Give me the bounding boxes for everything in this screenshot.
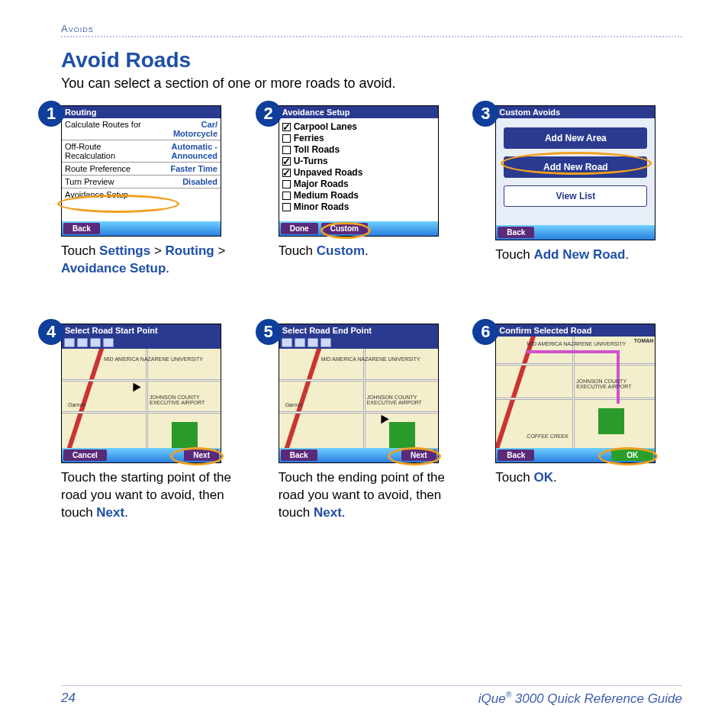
check-label: Ferries xyxy=(294,133,324,143)
step-4: 4 Select Road Start Point MID AMERICA NA… xyxy=(61,324,248,522)
step-caption: Touch the ending point of the road you w… xyxy=(279,469,465,522)
page-title: Avoid Roads xyxy=(61,48,682,72)
zoom-in-icon[interactable] xyxy=(308,338,318,347)
custom-button[interactable]: Custom xyxy=(321,223,368,234)
check-label: U-Turns xyxy=(294,156,328,166)
zoom-out-icon[interactable] xyxy=(77,338,88,347)
checkbox-icon[interactable] xyxy=(282,180,291,188)
check-item[interactable]: Ferries xyxy=(282,133,435,143)
zoom-in-icon[interactable] xyxy=(90,338,101,347)
view-list-button[interactable]: View List xyxy=(504,185,647,207)
screen-title: Confirm Selected Road xyxy=(496,324,655,337)
check-item[interactable]: Toll Roads xyxy=(282,144,435,155)
cancel-button[interactable]: Cancel xyxy=(63,449,107,461)
ok-button[interactable]: OK xyxy=(611,449,653,461)
step-1: 1 Routing Calculate Routes forCar/ Motor… xyxy=(61,105,248,278)
screen-footer: Back xyxy=(496,225,655,240)
map-label: MID AMERICA NAZARENE UNIVERSITY xyxy=(321,356,420,362)
check-item[interactable]: U-Turns xyxy=(282,156,435,166)
setting-value: Car/ Motorcycle xyxy=(173,120,217,138)
check-label: Medium Roads xyxy=(294,190,359,201)
map-toolbar xyxy=(62,337,221,349)
map-label: TOMAH xyxy=(634,338,654,343)
next-button[interactable]: Next xyxy=(184,449,219,461)
setting-row[interactable]: Avoidance Setup xyxy=(62,188,221,201)
setting-row[interactable]: Route PreferenceFaster Time xyxy=(62,163,221,176)
check-item[interactable]: Unpaved Roads xyxy=(282,167,435,178)
map-view[interactable]: MID AMERICA NAZARENE UNIVERSITY JOHNSON … xyxy=(62,349,221,448)
check-item[interactable]: Medium Roads xyxy=(282,190,435,201)
back-button[interactable]: Back xyxy=(498,227,534,238)
check-item[interactable]: Major Roads xyxy=(282,179,435,189)
screen-title: Custom Avoids xyxy=(496,106,655,118)
next-button[interactable]: Next xyxy=(401,449,436,461)
step-2: 2 Avoidance Setup Carpool Lanes Ferries … xyxy=(279,105,465,278)
cursor-icon xyxy=(377,413,388,424)
tool-icon[interactable] xyxy=(282,338,292,347)
checkbox-icon[interactable] xyxy=(282,134,291,143)
start-point-screen: Select Road Start Point MID AMERICA NAZA… xyxy=(61,324,221,463)
map-view[interactable]: MID AMERICA NAZARENE UNIVERSITY JOHNSON … xyxy=(496,337,655,448)
step-badge: 4 xyxy=(38,319,64,345)
avoidance-setup-screen: Avoidance Setup Carpool Lanes Ferries To… xyxy=(279,105,439,237)
setting-row[interactable]: Calculate Routes forCar/ Motorcycle xyxy=(62,118,221,140)
screen-title: Avoidance Setup xyxy=(279,106,438,118)
screen-footer: Back xyxy=(62,221,221,236)
map-view[interactable]: MID AMERICA NAZARENE UNIVERSITY JOHNSON … xyxy=(279,349,438,448)
routing-screen: Routing Calculate Routes forCar/ Motorcy… xyxy=(61,105,221,237)
back-button[interactable]: Back xyxy=(281,449,317,461)
checkbox-icon[interactable] xyxy=(282,203,291,211)
check-label: Minor Roads xyxy=(294,201,350,212)
checkbox-icon[interactable] xyxy=(282,157,291,166)
add-new-area-button[interactable]: Add New Area xyxy=(504,127,647,149)
checkbox-icon[interactable] xyxy=(282,146,291,154)
map-label: JOHNSON COUNTY EXECUTIVE AIRPORT xyxy=(576,378,655,389)
avoidance-checklist: Carpool Lanes Ferries Toll Roads U-Turns… xyxy=(279,118,438,221)
step-badge: 1 xyxy=(38,101,64,127)
setting-value: Disabled xyxy=(182,177,217,186)
check-label: Carpool Lanes xyxy=(294,121,357,132)
step-5: 5 Select Road End Point MID AMERICA NAZA… xyxy=(279,324,465,522)
page-number: 24 xyxy=(61,691,76,707)
info-icon[interactable] xyxy=(321,338,331,347)
setting-label: Route Preference xyxy=(65,164,130,173)
step-6: 6 Confirm Selected Road MID AMERICA NAZA… xyxy=(495,324,682,522)
rule xyxy=(61,36,682,37)
map-label: Garmin xyxy=(285,402,303,407)
setting-value: Automatic - Announced xyxy=(172,142,218,160)
setting-label: Turn Preview xyxy=(65,177,114,186)
map-label: JOHNSON COUNTY EXECUTIVE AIRPORT xyxy=(367,395,438,405)
checkbox-icon[interactable] xyxy=(282,123,291,131)
intro-text: You can select a section of one or more … xyxy=(61,76,682,92)
info-icon[interactable] xyxy=(103,338,114,347)
back-button[interactable]: Back xyxy=(63,223,100,234)
done-button[interactable]: Done xyxy=(281,223,318,234)
footer-product: iQue® 3000 Quick Reference Guide xyxy=(478,691,682,707)
zoom-out-icon[interactable] xyxy=(295,338,305,347)
step-badge: 6 xyxy=(472,319,498,345)
step-caption: Touch Add New Road. xyxy=(495,246,682,264)
checkbox-icon[interactable] xyxy=(282,192,291,200)
check-label: Major Roads xyxy=(294,179,349,189)
confirm-screen: Confirm Selected Road MID AMERICA NAZARE… xyxy=(495,324,656,463)
setting-label: Off-Route Recalculation xyxy=(65,142,115,160)
screen-footer: Back OK xyxy=(496,448,655,462)
tool-icon[interactable] xyxy=(64,338,75,347)
check-item[interactable]: Minor Roads xyxy=(282,201,435,212)
setting-row[interactable]: Off-Route RecalculationAutomatic - Annou… xyxy=(62,140,221,163)
checkbox-icon[interactable] xyxy=(282,169,291,177)
map-label: Garmin xyxy=(68,402,85,407)
cursor-icon xyxy=(129,381,140,392)
back-button[interactable]: Back xyxy=(498,449,534,461)
check-item[interactable]: Carpool Lanes xyxy=(282,121,435,132)
screen-footer: Cancel Next xyxy=(62,448,221,462)
custom-avoids-screen: Custom Avoids Add New Area Add New Road … xyxy=(495,105,656,240)
page-footer: 24 iQue® 3000 Quick Reference Guide xyxy=(61,685,682,707)
steps-row-2: 4 Select Road Start Point MID AMERICA NA… xyxy=(61,324,682,522)
screen-title: Routing xyxy=(62,106,221,118)
add-new-road-button[interactable]: Add New Road xyxy=(504,156,647,178)
setting-row[interactable]: Turn PreviewDisabled xyxy=(62,176,221,188)
check-label: Unpaved Roads xyxy=(294,167,363,178)
screen-footer: Back Next xyxy=(279,448,438,462)
steps-row-1: 1 Routing Calculate Routes forCar/ Motor… xyxy=(61,105,682,278)
